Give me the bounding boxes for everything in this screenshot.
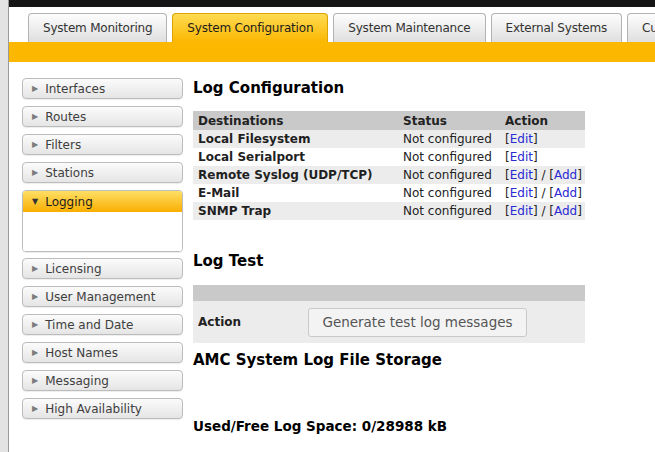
main-tab-bar: System Monitoring System Configuration S… [28, 13, 655, 42]
bracket: ] [577, 204, 582, 218]
column-header-destinations: Destinations [193, 114, 398, 128]
chevron-right-icon: ▶ [32, 141, 38, 149]
destination-label: Local Filesystem [193, 132, 398, 146]
tab-external-systems[interactable]: External Systems [491, 13, 622, 42]
column-header-status: Status [398, 114, 500, 128]
action-cell: [Edit] [500, 132, 585, 146]
sidebar-item-interfaces[interactable]: ▶ Interfaces [22, 78, 183, 99]
sidebar-item-user-management[interactable]: ▶ User Management [22, 286, 183, 307]
sidebar-accordion: ▶ Interfaces ▶ Routes ▶ Filters ▶ Statio… [22, 78, 183, 426]
sidebar-item-label: Licensing [45, 262, 101, 276]
tab-label: External Systems [506, 21, 607, 35]
destination-label: Local Serialport [193, 150, 398, 164]
tab-label: System Monitoring [43, 21, 152, 35]
chevron-right-icon: ▶ [32, 377, 38, 385]
table-row: Remote Syslog (UDP/TCP) Not configured [… [193, 166, 585, 184]
main-content: Log Configuration Destinations Status Ac… [193, 80, 585, 434]
tab-label: Custom Script [642, 21, 655, 35]
sidebar-item-label: Routes [45, 110, 86, 124]
sidebar-item-label: High Availability [45, 402, 142, 416]
table-row: Local Filesystem Not configured [Edit] [193, 130, 585, 148]
sidebar-item-routes[interactable]: ▶ Routes [22, 106, 183, 127]
sidebar-item-label: User Management [45, 290, 155, 304]
table-row: Local Serialport Not configured [Edit] [193, 148, 585, 166]
chevron-right-icon: ▶ [32, 265, 38, 273]
bracket: ] [577, 186, 582, 200]
edit-link[interactable]: Edit [510, 186, 533, 200]
log-destinations-table-header: Destinations Status Action [193, 111, 585, 130]
sidebar-item-licensing[interactable]: ▶ Licensing [22, 258, 183, 279]
sidebar-item-label: Messaging [45, 374, 109, 388]
page-title: Log Configuration [193, 80, 585, 96]
log-test-title: Log Test [193, 253, 585, 269]
window-top-bar [9, 0, 655, 7]
log-space-usage-text: Used/Free Log Space: 0/28988 kB [193, 418, 585, 434]
log-destinations-table: Local Filesystem Not configured [Edit] L… [193, 130, 585, 220]
log-test-action-row: Action Generate test log messages [193, 301, 585, 343]
add-link[interactable]: Add [554, 186, 577, 200]
status-value: Not configured [398, 150, 500, 164]
add-link[interactable]: Add [554, 168, 577, 182]
amc-storage-title: AMC System Log File Storage [193, 352, 585, 368]
sidebar-item-label: Interfaces [45, 82, 105, 96]
edit-link[interactable]: Edit [510, 150, 533, 164]
sidebar-item-messaging[interactable]: ▶ Messaging [22, 370, 183, 391]
sidebar-item-label: Stations [45, 166, 94, 180]
action-separator: / [538, 204, 550, 218]
tab-system-configuration[interactable]: System Configuration [172, 13, 328, 42]
status-value: Not configured [398, 168, 500, 182]
tab-custom-script[interactable]: Custom Script [627, 13, 655, 42]
action-separator: / [538, 168, 550, 182]
sidebar-logging-panel [23, 212, 182, 251]
chevron-right-icon: ▶ [32, 169, 38, 177]
status-value: Not configured [398, 132, 500, 146]
window-left-edge [0, 0, 9, 452]
sidebar-item-filters[interactable]: ▶ Filters [22, 134, 183, 155]
action-cell: [Edit] / [Add] [500, 186, 585, 200]
tab-system-monitoring[interactable]: System Monitoring [28, 13, 167, 42]
add-link[interactable]: Add [554, 204, 577, 218]
bracket: ] [577, 168, 582, 182]
sidebar-item-host-names[interactable]: ▶ Host Names [22, 342, 183, 363]
destination-label: E-Mail [193, 186, 398, 200]
column-header-action: Action [500, 114, 585, 128]
chevron-right-icon: ▶ [32, 85, 38, 93]
sidebar-item-logging[interactable]: ▼ Logging [23, 191, 182, 212]
action-cell: [Edit] [500, 150, 585, 164]
table-row: E-Mail Not configured [Edit] / [Add] [193, 184, 585, 202]
chevron-down-icon: ▼ [32, 198, 38, 206]
tab-label: System Maintenance [348, 21, 470, 35]
bracket: ] [533, 150, 538, 164]
status-value: Not configured [398, 204, 500, 218]
generate-test-log-messages-button[interactable]: Generate test log messages [308, 308, 527, 337]
sidebar-item-label: Host Names [45, 346, 118, 360]
action-label: Action [193, 315, 308, 329]
edit-link[interactable]: Edit [510, 204, 533, 218]
sidebar-item-label: Time and Date [45, 318, 133, 332]
edit-link[interactable]: Edit [510, 132, 533, 146]
sidebar-item-stations[interactable]: ▶ Stations [22, 162, 183, 183]
accent-bar [9, 42, 655, 62]
sidebar-group-logging: ▼ Logging [22, 190, 183, 252]
action-separator: / [538, 186, 550, 200]
sidebar-item-label: Filters [45, 138, 81, 152]
tab-label: System Configuration [187, 21, 313, 35]
chevron-right-icon: ▶ [32, 349, 38, 357]
action-cell: [Edit] / [Add] [500, 168, 585, 182]
table-row: SNMP Trap Not configured [Edit] / [Add] [193, 202, 585, 220]
status-value: Not configured [398, 186, 500, 200]
destination-label: Remote Syslog (UDP/TCP) [193, 168, 398, 182]
sidebar-item-high-availability[interactable]: ▶ High Availability [22, 398, 183, 419]
chevron-right-icon: ▶ [32, 321, 38, 329]
chevron-right-icon: ▶ [32, 113, 38, 121]
sidebar-item-time-and-date[interactable]: ▶ Time and Date [22, 314, 183, 335]
destination-label: SNMP Trap [193, 204, 398, 218]
chevron-right-icon: ▶ [32, 405, 38, 413]
action-cell: [Edit] / [Add] [500, 204, 585, 218]
sidebar-item-label: Logging [45, 195, 93, 209]
tab-system-maintenance[interactable]: System Maintenance [333, 13, 485, 42]
chevron-right-icon: ▶ [32, 293, 38, 301]
log-test-table-header [193, 285, 585, 301]
edit-link[interactable]: Edit [510, 168, 533, 182]
bracket: ] [533, 132, 538, 146]
